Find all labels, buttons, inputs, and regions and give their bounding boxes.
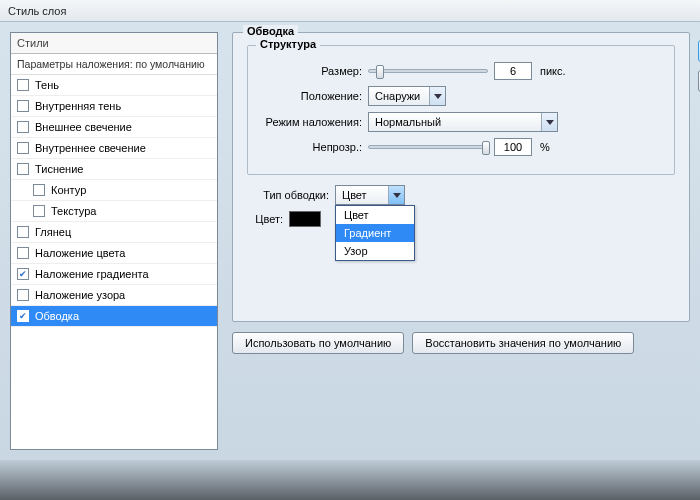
position-label: Положение: <box>260 90 362 102</box>
stroke-type-dropdown[interactable]: ЦветГрадиентУзор <box>335 205 415 261</box>
blend-select[interactable]: Нормальный <box>368 112 558 132</box>
checkbox[interactable] <box>33 205 45 217</box>
color-swatch[interactable] <box>289 211 321 227</box>
checkbox[interactable] <box>33 184 45 196</box>
sidebar-item-2[interactable]: Внешнее свечение <box>11 117 217 138</box>
sidebar-item-label: Обводка <box>35 310 79 322</box>
checkbox[interactable] <box>17 310 29 322</box>
sidebar-item-3[interactable]: Внутреннее свечение <box>11 138 217 159</box>
sidebar-item-8[interactable]: Наложение цвета <box>11 243 217 264</box>
checkbox[interactable] <box>17 289 29 301</box>
chevron-down-icon <box>541 113 557 131</box>
size-slider[interactable] <box>368 69 488 73</box>
stroke-type-option[interactable]: Цвет <box>336 206 414 224</box>
sidebar-item-5[interactable]: Контур <box>11 180 217 201</box>
sidebar-item-0[interactable]: Тень <box>11 75 217 96</box>
position-select[interactable]: Снаружи <box>368 86 446 106</box>
stroke-panel: Обводка Структура Размер: 6 пикс. Положе… <box>232 32 690 322</box>
chevron-down-icon <box>429 87 445 105</box>
sidebar-header: Стили <box>11 33 217 54</box>
checkbox[interactable] <box>17 163 29 175</box>
sidebar-item-label: Наложение градиента <box>35 268 149 280</box>
panel-legend: Обводка <box>243 25 298 37</box>
blend-label: Режим наложения: <box>260 116 362 128</box>
size-label: Размер: <box>260 65 362 77</box>
use-default-button[interactable]: Использовать по умолчанию <box>232 332 404 354</box>
sidebar-item-1[interactable]: Внутренняя тень <box>11 96 217 117</box>
sidebar-item-label: Внутренняя тень <box>35 100 121 112</box>
opacity-unit: % <box>540 141 550 153</box>
stroke-type-label: Тип обводки: <box>247 189 329 201</box>
sidebar-item-label: Контур <box>51 184 86 196</box>
checkbox[interactable] <box>17 226 29 238</box>
sidebar-item-label: Глянец <box>35 226 71 238</box>
opacity-label: Непрозр.: <box>260 141 362 153</box>
sidebar-item-7[interactable]: Глянец <box>11 222 217 243</box>
color-label: Цвет: <box>247 213 283 225</box>
stroke-type-value: Цвет <box>342 189 367 201</box>
checkbox[interactable] <box>17 268 29 280</box>
size-unit: пикс. <box>540 65 566 77</box>
chevron-down-icon <box>388 186 404 204</box>
checkbox[interactable] <box>17 79 29 91</box>
sidebar-item-9[interactable]: Наложение градиента <box>11 264 217 285</box>
bottom-shadow <box>0 460 700 500</box>
sidebar-item-11[interactable]: Обводка <box>11 306 217 327</box>
checkbox[interactable] <box>17 121 29 133</box>
checkbox[interactable] <box>17 142 29 154</box>
sidebar-item-10[interactable]: Наложение узора <box>11 285 217 306</box>
sidebar-item-label: Тень <box>35 79 59 91</box>
sidebar-subheader[interactable]: Параметры наложения: по умолчанию <box>11 54 217 75</box>
sidebar-item-label: Текстура <box>51 205 96 217</box>
window-title: Стиль слоя <box>0 0 700 22</box>
stroke-type-select[interactable]: Цвет <box>335 185 405 205</box>
position-value: Снаружи <box>375 90 420 102</box>
size-input[interactable]: 6 <box>494 62 532 80</box>
sidebar-item-4[interactable]: Тиснение <box>11 159 217 180</box>
checkbox[interactable] <box>17 247 29 259</box>
sidebar-item-label: Наложение узора <box>35 289 125 301</box>
sidebar-item-label: Внешнее свечение <box>35 121 132 133</box>
sidebar-item-label: Наложение цвета <box>35 247 125 259</box>
stroke-type-option[interactable]: Градиент <box>336 224 414 242</box>
styles-sidebar: Стили Параметры наложения: по умолчанию … <box>10 32 218 450</box>
opacity-input[interactable]: 100 <box>494 138 532 156</box>
sidebar-item-6[interactable]: Текстура <box>11 201 217 222</box>
reset-default-button[interactable]: Восстановить значения по умолчанию <box>412 332 634 354</box>
stroke-type-option[interactable]: Узор <box>336 242 414 260</box>
checkbox[interactable] <box>17 100 29 112</box>
sidebar-item-label: Внутреннее свечение <box>35 142 146 154</box>
structure-group: Структура Размер: 6 пикс. Положение: Сна… <box>247 45 675 175</box>
sidebar-item-label: Тиснение <box>35 163 83 175</box>
size-slider-thumb[interactable] <box>376 65 384 79</box>
opacity-slider[interactable] <box>368 145 488 149</box>
structure-legend: Структура <box>256 38 320 50</box>
opacity-slider-thumb[interactable] <box>482 141 490 155</box>
blend-value: Нормальный <box>375 116 441 128</box>
